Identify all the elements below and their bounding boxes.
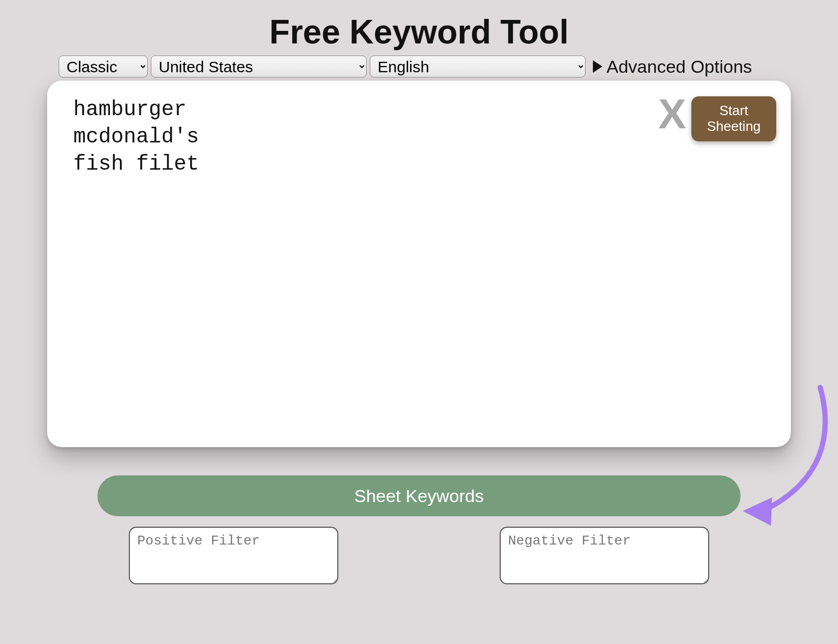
country-select[interactable]: United States xyxy=(151,55,367,77)
keywords-panel: X Start Sheeting xyxy=(47,81,791,447)
triangle-right-icon xyxy=(593,60,602,73)
advanced-options-toggle[interactable]: Advanced Options xyxy=(593,57,752,77)
language-select[interactable]: English xyxy=(370,55,586,77)
keywords-textarea[interactable] xyxy=(73,96,649,421)
negative-filter-input[interactable] xyxy=(500,527,709,584)
controls-row: Classic United States English Advanced O… xyxy=(58,55,780,77)
clear-button[interactable]: X xyxy=(658,93,686,135)
page-title: Free Keyword Tool xyxy=(0,13,838,51)
filters-row xyxy=(97,527,741,584)
mode-select[interactable]: Classic xyxy=(59,55,148,77)
sheet-keywords-button[interactable]: Sheet Keywords xyxy=(97,475,741,516)
start-sheeting-button[interactable]: Start Sheeting xyxy=(691,96,776,141)
advanced-options-label: Advanced Options xyxy=(607,57,752,77)
svg-marker-0 xyxy=(743,497,772,526)
positive-filter-input[interactable] xyxy=(129,527,338,584)
